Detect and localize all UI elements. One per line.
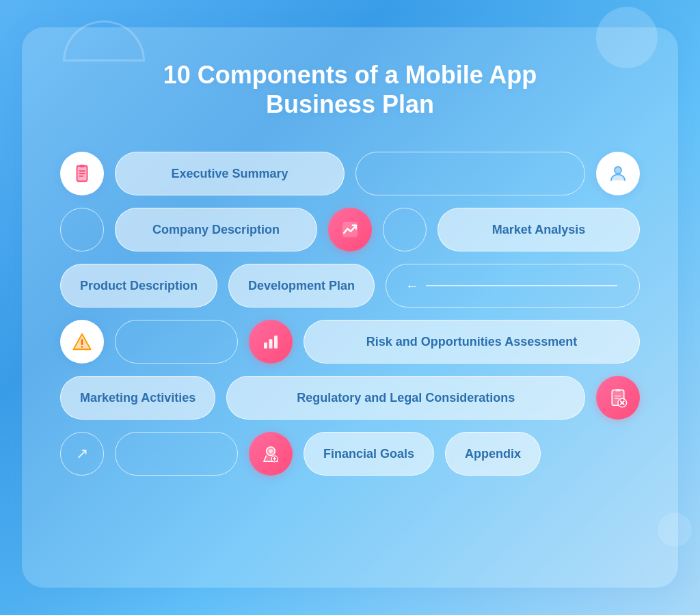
regulatory-pill[interactable]: Regulatory and Legal Considerations [226,376,585,420]
marketing-pill[interactable]: Marketing Activities [60,376,215,420]
row-1: Executive Summary [60,152,640,195]
bar-chart-svg [260,331,281,352]
financial-goals-pill[interactable]: Financial Goals [304,432,434,476]
warning-svg [72,331,92,352]
badge-svg [260,443,281,464]
product-description-pill[interactable]: Product Description [60,264,217,308]
market-analysis-label: Market Analysis [492,223,585,237]
arrow-left-symbol: ← [405,278,419,294]
risk-pill[interactable]: Risk and Opportunities Assessment [304,320,640,364]
title-line1: 10 Components of a Mobile App [163,61,537,89]
market-analysis-pill[interactable]: Market Analysis [438,208,640,251]
person-svg [608,163,628,184]
svg-rect-11 [274,336,278,349]
development-plan-label: Development Plan [248,279,355,293]
appendix-pill[interactable]: Appendix [445,432,541,476]
svg-rect-13 [615,389,621,392]
main-card: 10 Components of a Mobile App Business P… [22,27,678,588]
chart-up-svg [340,219,360,240]
company-description-pill[interactable]: Company Description [115,208,317,251]
row-6: ↗ Financial Goals Appendix [60,432,640,476]
svg-point-20 [269,450,273,454]
empty-circle-1 [60,208,104,251]
row-2: Company Description Market Analysis [60,208,640,251]
clipboard-icon [60,152,104,195]
clipboard-x-icon [596,376,640,420]
row-4: Risk and Opportunities Assessment [60,320,640,364]
svg-point-5 [615,167,621,174]
page-title: 10 Components of a Mobile App Business P… [163,60,537,119]
deco-circle-top-right [596,7,658,68]
svg-point-8 [81,346,83,348]
chart-up-icon [328,208,372,251]
empty-pill-3 [115,432,238,476]
svg-rect-10 [269,340,273,349]
executive-summary-label: Executive Summary [171,167,288,181]
empty-pill-2 [115,320,238,364]
row-5: Marketing Activities Regulatory and Lega… [60,376,640,420]
appendix-label: Appendix [465,447,521,461]
deco-arc-top-left [63,20,145,62]
financial-goals-label: Financial Goals [323,447,414,461]
svg-rect-9 [264,343,267,349]
arrow-up-right-icon: ↗ [60,432,104,476]
arrow-pill: ← [386,264,640,308]
bar-chart-icon [249,320,293,364]
badge-icon [249,432,293,476]
arrow-up-right-symbol: ↗ [76,445,88,463]
risk-label: Risk and Opportunities Assessment [366,335,577,349]
clipboard-x-svg [608,387,628,408]
marketing-label: Marketing Activities [80,391,196,405]
executive-summary-pill[interactable]: Executive Summary [115,152,345,195]
person-icon [596,152,640,195]
arrow-line [426,285,617,286]
regulatory-label: Regulatory and Legal Considerations [297,391,515,405]
title-line2: Business Plan [266,90,434,118]
clipboard-svg [72,163,92,184]
development-plan-pill[interactable]: Development Plan [228,264,375,308]
row-3: Product Description Development Plan ← [60,264,640,308]
product-description-label: Product Description [80,279,198,293]
components-grid: Executive Summary Company Description [60,152,640,476]
deco-circle-bottom-right [658,512,692,547]
company-description-label: Company Description [152,223,280,237]
svg-rect-1 [79,165,85,167]
empty-circle-2 [383,208,427,251]
warning-icon [60,320,104,364]
empty-pill-1 [355,152,585,195]
